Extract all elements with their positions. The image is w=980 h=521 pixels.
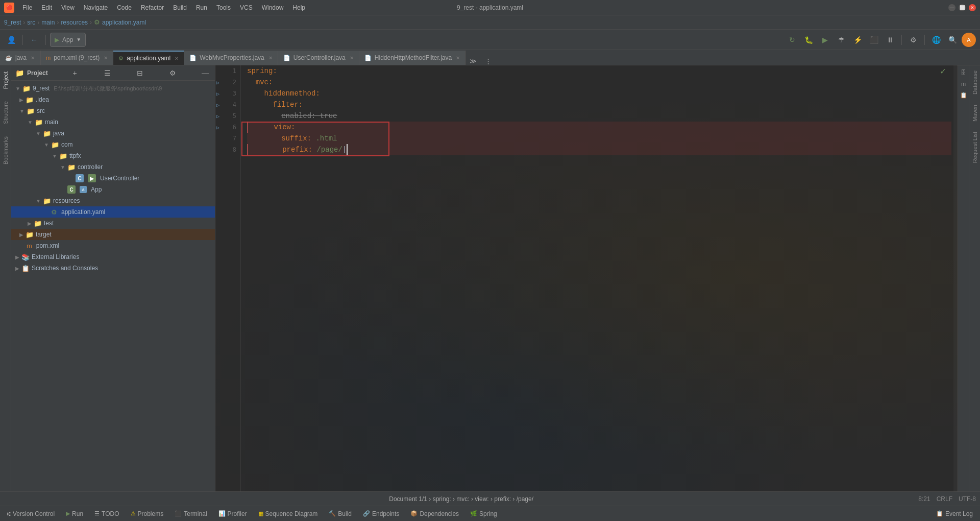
sequence-diagram-button[interactable]: ▦ Sequence Diagram	[253, 507, 323, 520]
tree-item-usercontroller[interactable]: C ▶ UserController	[11, 173, 215, 184]
menu-window[interactable]: Window	[258, 3, 288, 12]
tab-pom-close[interactable]: ✕	[104, 55, 108, 61]
tab-java[interactable]: ☕ java ✕	[0, 51, 41, 65]
tree-item-controller[interactable]: ▼ 📁 controller	[11, 161, 215, 173]
tab-usercontroller[interactable]: 📄 UserController.java ✕	[278, 51, 359, 65]
run-tool-button[interactable]: ▶ Run	[61, 507, 88, 520]
run-config-dropdown[interactable]: ▶ App ▼	[50, 33, 86, 47]
menu-edit[interactable]: Edit	[37, 3, 56, 12]
menu-navigate[interactable]: Navigate	[80, 3, 112, 12]
sync-button[interactable]: ↻	[785, 33, 799, 47]
tree-item-scratches[interactable]: ▶ 📋 Scratches and Consoles	[11, 263, 215, 274]
tree-item-9rest[interactable]: ▼ 📁 9_rest E:\hsp培训\分布式微服务\springboot\cs…	[11, 83, 215, 94]
tree-item-ttpfx[interactable]: ▼ 📁 ttpfx	[11, 150, 215, 161]
tree-item-java[interactable]: ▼ 📁 java	[11, 128, 215, 139]
menu-tools[interactable]: Tools	[212, 3, 235, 12]
menu-build[interactable]: Build	[169, 3, 191, 12]
menu-run[interactable]: Run	[192, 3, 211, 12]
tree-label-target: target	[36, 231, 52, 238]
tree-item-test[interactable]: ▶ 📁 test	[11, 218, 215, 229]
tree-item-idea[interactable]: ▶ 📁 .idea	[11, 94, 215, 105]
project-settings-button[interactable]: ⚙	[167, 67, 178, 79]
database-button[interactable]: 🗄	[959, 67, 969, 78]
terminal-button[interactable]: ⬛ Terminal	[169, 507, 212, 520]
far-right-tab-request-list[interactable]: Request List	[969, 127, 980, 168]
translate-button[interactable]: 🌐	[929, 33, 943, 47]
build-button[interactable]: 🔨 Build	[324, 507, 357, 520]
tab-webmvc-close[interactable]: ✕	[268, 55, 273, 61]
left-tab-bookmarks[interactable]: Bookmarks	[1, 130, 11, 171]
far-right-tab-database[interactable]: Database	[969, 65, 980, 100]
left-tab-structure[interactable]: Structure	[1, 95, 11, 130]
todo-button[interactable]: ☰ TODO	[89, 507, 124, 520]
search-button[interactable]: 🔍	[945, 33, 960, 47]
tree-item-main[interactable]: ▼ 📁 main	[11, 116, 215, 128]
menu-file[interactable]: File	[18, 3, 36, 12]
layout-button[interactable]: ⚙	[906, 33, 920, 47]
project-add-button[interactable]: +	[69, 67, 81, 79]
problems-button[interactable]: ⚠ Problems	[126, 507, 169, 520]
pause-button[interactable]: ⏸	[883, 33, 897, 47]
tree-icon-yaml: ⚙	[51, 208, 57, 216]
tree-item-ext-libs[interactable]: ▶ 📚 External Libraries	[11, 251, 215, 263]
maven-button[interactable]: m	[959, 79, 969, 89]
tab-hidden-close[interactable]: ✕	[456, 55, 460, 61]
editor-panel[interactable]: 1 ▷ 2 ▷ 3 ▷ 4 ▷ 5 ▷	[215, 65, 958, 491]
navigate-back-button[interactable]: ←	[27, 33, 41, 47]
project-collapse-button[interactable]: ⊟	[134, 67, 145, 79]
tree-item-resources[interactable]: ▼ 📁 resources	[11, 195, 215, 206]
tab-webmvc[interactable]: 📄 WebMvcProperties.java ✕	[184, 51, 278, 65]
profiler-button[interactable]: 📊 Profiler	[213, 507, 252, 520]
stop-button[interactable]: ⬛	[867, 33, 881, 47]
menu-vcs[interactable]: VCS	[236, 3, 257, 12]
tab-application-yaml[interactable]: ⚙ application.yaml ✕	[113, 51, 184, 65]
version-control-button[interactable]: ⑆ Version Control	[2, 507, 60, 520]
avatar-button[interactable]: A	[962, 33, 976, 47]
breadcrumb-9rest[interactable]: 9_rest	[4, 19, 21, 26]
tab-userctrl-close[interactable]: ✕	[350, 55, 354, 61]
scroll-indicator[interactable]	[953, 65, 958, 491]
tree-icon-test: 📁	[34, 220, 42, 227]
tree-item-com[interactable]: ▼ 📁 com	[11, 139, 215, 150]
request-list-button[interactable]: 📋	[959, 90, 969, 100]
event-log-button[interactable]: 📋 Event Log	[931, 507, 978, 520]
close-button[interactable]: ✕	[969, 4, 976, 11]
breadcrumb-file[interactable]: application.yaml	[102, 19, 146, 26]
menu-refactor[interactable]: Refactor	[137, 3, 168, 12]
maximize-button[interactable]: ⬜	[959, 4, 966, 11]
profile-run-button[interactable]: ⚡	[850, 33, 865, 47]
tab-hidden[interactable]: 📄 HiddenHttpMethodFilter.java ✕	[359, 51, 465, 65]
minimize-button[interactable]: —	[948, 4, 955, 11]
tab-overflow-button[interactable]: ≫	[465, 57, 481, 65]
tree-item-application-yaml[interactable]: ⚙ application.yaml	[11, 206, 215, 218]
tree-item-pom[interactable]: m pom.xml	[11, 240, 215, 251]
coverage-button[interactable]: ☂	[834, 33, 848, 47]
todo-label: TODO	[102, 510, 119, 517]
editor-content[interactable]: 1 ▷ 2 ▷ 3 ▷ 4 ▷ 5 ▷	[215, 65, 958, 491]
breadcrumb-main[interactable]: main	[41, 19, 55, 26]
run-button[interactable]: ▶	[818, 33, 832, 47]
status-line-col: 8:21	[918, 495, 930, 503]
tab-menu-button[interactable]: ⋮	[481, 57, 496, 65]
tab-java-close[interactable]: ✕	[31, 55, 35, 61]
project-hide-button[interactable]: —	[200, 67, 211, 79]
profile-button[interactable]: 👤	[4, 33, 18, 47]
breadcrumb-resources[interactable]: resources	[61, 19, 88, 26]
menu-code[interactable]: Code	[113, 3, 136, 12]
code-area[interactable]: spring: mvc: hiddenmethod: filter:	[241, 65, 958, 155]
tab-pom[interactable]: m pom.xml (9_rest) ✕	[41, 51, 113, 65]
left-tab-project[interactable]: Project	[1, 65, 11, 95]
far-right-tab-maven[interactable]: Maven	[969, 100, 980, 127]
project-expand-button[interactable]: ☰	[102, 67, 113, 79]
menu-help[interactable]: Help	[288, 3, 309, 12]
endpoints-button[interactable]: 🔗 Endpoints	[358, 507, 404, 520]
tab-yaml-close[interactable]: ✕	[175, 56, 179, 61]
dependencies-button[interactable]: 📦 Dependencies	[405, 507, 464, 520]
tree-item-src[interactable]: ▼ 📁 src	[11, 105, 215, 116]
spring-button[interactable]: 🌿 Spring	[465, 507, 502, 520]
menu-view[interactable]: View	[57, 3, 79, 12]
tree-item-target[interactable]: ▶ 📁 target	[11, 229, 215, 240]
tree-item-app[interactable]: C A App	[11, 184, 215, 195]
debug-button[interactable]: 🐛	[801, 33, 816, 47]
breadcrumb-src[interactable]: src	[27, 19, 35, 26]
